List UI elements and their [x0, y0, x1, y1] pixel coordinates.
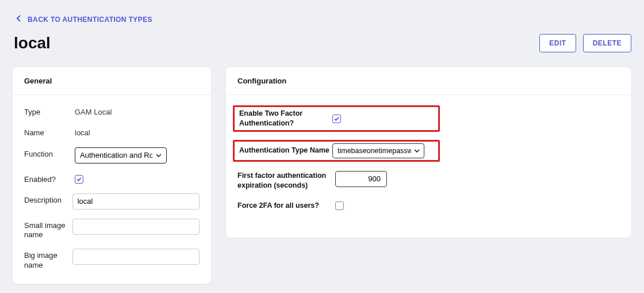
function-select[interactable]: Authentication and Roles	[75, 147, 167, 163]
general-heading: General	[13, 67, 211, 95]
force-2fa-checkbox[interactable]	[335, 201, 344, 210]
function-label: Function	[24, 147, 75, 159]
enabled-checkbox[interactable]	[75, 175, 83, 184]
type-label: Type	[24, 105, 75, 117]
configuration-card: Configuration Enable Two Factor Authenti…	[226, 67, 631, 238]
back-link[interactable]: BACK TO AUTHENTICATION TYPES	[16, 15, 152, 24]
type-value: GAM Local	[75, 105, 112, 116]
force-2fa-label: Force 2FA for all users?	[237, 201, 335, 211]
enable-2fa-checkbox[interactable]	[332, 115, 341, 123]
chevron-left-icon	[16, 15, 22, 24]
auth-type-name-label: Authentication Type Name	[239, 146, 332, 155]
back-link-label: BACK TO AUTHENTICATION TYPES	[28, 16, 152, 24]
general-card: General Type GAM Local Name local Functi…	[13, 67, 211, 284]
big-image-label: Big image name	[24, 249, 72, 270]
description-label: Description	[24, 193, 72, 205]
first-factor-input[interactable]	[335, 171, 387, 187]
small-image-input[interactable]	[72, 219, 200, 235]
small-image-label: Small image name	[24, 219, 72, 240]
name-label: Name	[24, 126, 75, 138]
name-value: local	[75, 126, 90, 137]
enabled-label: Enabled?	[24, 173, 75, 184]
edit-button[interactable]: EDIT	[539, 34, 576, 52]
auth-type-name-select[interactable]: timebaseonetimepassword	[332, 143, 424, 158]
page-title: local	[14, 34, 51, 52]
delete-button[interactable]: DELETE	[583, 34, 631, 52]
description-input[interactable]	[72, 193, 200, 210]
big-image-input[interactable]	[72, 249, 200, 265]
configuration-heading: Configuration	[226, 67, 631, 95]
first-factor-label: First factor authentication expiration (…	[237, 171, 335, 191]
enable-2fa-label: Enable Two Factor Authentication?	[239, 109, 332, 128]
